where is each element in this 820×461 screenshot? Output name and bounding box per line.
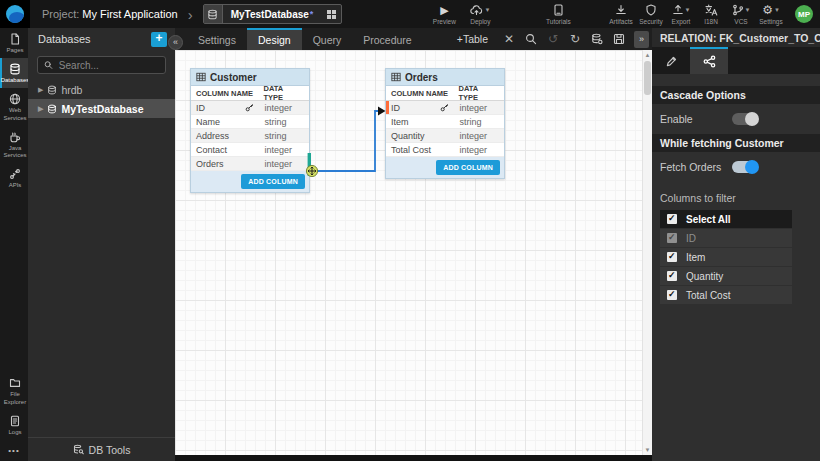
sidebar-item-pages[interactable]: Pages <box>0 28 28 58</box>
table-row[interactable]: Total Cost integer <box>386 143 504 157</box>
page-icon <box>9 33 21 45</box>
tree-item-mytestdatabase[interactable]: ▶ MyTestDatabase <box>28 99 175 118</box>
db-tools-button[interactable]: DB Tools <box>28 437 175 461</box>
sidebar-item-file-explorer[interactable]: File Explorer <box>0 372 28 409</box>
table-icon <box>391 72 401 82</box>
unsaved-indicator: * <box>310 9 314 19</box>
tree-item-hrdb[interactable]: ▶ hrdb <box>28 80 175 99</box>
user-avatar[interactable]: MP <box>795 5 813 23</box>
left-nav-rail: Pages Databases Web Services Java Servic… <box>0 28 28 461</box>
table-row[interactable]: Quantity integer <box>386 129 504 143</box>
expand-right-panel-button[interactable]: » <box>634 31 649 48</box>
scroll-up-icon[interactable]: ▲ <box>643 50 652 60</box>
add-table-button[interactable]: +Table <box>457 33 488 45</box>
search-input[interactable] <box>57 59 159 72</box>
security-button[interactable]: Security <box>637 4 665 25</box>
canvas-vertical-scrollbar[interactable]: ▲ ▼ <box>642 50 652 455</box>
enable-row: Enable <box>652 104 820 134</box>
checkbox-checked-icon[interactable] <box>667 271 677 281</box>
document-tab[interactable]: MyTestDatabase* <box>203 4 343 24</box>
expand-arrow-icon[interactable]: ▶ <box>38 105 43 113</box>
sidebar-item-java-services[interactable]: Java Services <box>0 126 28 163</box>
database-icon <box>47 85 57 95</box>
tab-relation[interactable] <box>690 47 728 74</box>
table-row[interactable]: Contact integer <box>191 143 309 157</box>
database-tree: ▶ hrdb ▶ MyTestDatabase <box>28 80 175 118</box>
sidebar-item-apis[interactable]: APIs <box>0 163 28 193</box>
vcs-button[interactable]: ▼ VCS <box>727 4 755 25</box>
checkbox-checked-icon[interactable] <box>667 214 677 224</box>
chevron-down-icon: ▼ <box>484 7 490 13</box>
expand-arrow-icon[interactable]: ▶ <box>38 86 43 94</box>
checkbox-checked-icon <box>667 233 677 243</box>
checkbox-checked-icon[interactable] <box>667 290 677 300</box>
table-column-headers: COLUMN NAMEDATA TYPE <box>191 86 309 101</box>
sidebar-item-logs[interactable]: Logs <box>0 410 28 440</box>
chevron-down-icon: ▼ <box>774 7 780 13</box>
section-cascade-options: Cascade Options <box>652 86 820 104</box>
redo-button[interactable]: ↻ <box>567 31 583 47</box>
table-row[interactable]: Item string <box>386 115 504 129</box>
delete-button[interactable]: ✕ <box>501 31 517 47</box>
deploy-button[interactable]: ▼ Deploy <box>466 4 494 25</box>
scrollbar-thumb[interactable] <box>644 61 651 95</box>
panel-title: Databases <box>38 33 91 45</box>
collapse-panel-button[interactable]: « <box>168 35 183 50</box>
entity-table-customer[interactable]: Customer COLUMN NAMEDATA TYPE ID integer… <box>190 68 310 193</box>
export-button[interactable]: ▼ Export <box>667 4 695 25</box>
tab-procedure[interactable]: Procedure <box>352 28 422 50</box>
preview-button[interactable]: ▶ Preview <box>430 4 458 25</box>
add-database-button[interactable]: + <box>151 32 167 47</box>
log-file-icon <box>9 415 21 427</box>
zoom-search-button[interactable] <box>523 31 539 47</box>
download-icon <box>615 4 627 16</box>
tab-query[interactable]: Query <box>302 28 353 50</box>
add-column-button[interactable]: ADD COLUMN <box>436 160 500 175</box>
design-canvas[interactable]: Customer COLUMN NAMEDATA TYPE ID integer… <box>175 50 652 455</box>
table-row[interactable]: Orders integer <box>191 157 309 171</box>
translate-icon <box>705 4 718 16</box>
databases-panel: Databases + ▶ hrdb ▶ MyTestDatabase DB T… <box>28 28 175 461</box>
settings-button[interactable]: ⚙▼ Settings <box>757 4 785 25</box>
tab-settings[interactable]: Settings <box>187 28 247 50</box>
column-name-cell: Contact <box>191 145 259 155</box>
filter-item-select-all[interactable]: Select All <box>660 210 792 228</box>
artifacts-button[interactable]: Artifacts <box>607 4 635 25</box>
filter-item-id[interactable]: ID <box>660 229 792 247</box>
table-row[interactable]: Name string <box>191 115 309 129</box>
save-floppy-icon <box>613 33 625 45</box>
db-sync-button[interactable] <box>589 31 605 47</box>
column-name-cell: Orders <box>191 159 259 169</box>
table-icon <box>196 72 206 82</box>
tutorials-button[interactable]: Tutorials <box>544 4 572 25</box>
filter-item-quantity[interactable]: Quantity <box>660 267 792 285</box>
columns-filter-list: Select All ID Item Quantity Total Cost <box>660 210 792 304</box>
table-row[interactable]: ID integer <box>191 101 309 115</box>
scroll-down-icon[interactable]: ▼ <box>643 445 652 455</box>
table-footer: ADD COLUMN <box>191 171 309 192</box>
undo-button[interactable]: ↺ <box>545 31 561 47</box>
filter-item-total-cost[interactable]: Total Cost <box>660 286 792 304</box>
apps-grid-icon[interactable] <box>321 5 341 23</box>
fetch-orders-toggle[interactable] <box>732 161 758 173</box>
tab-edit-column[interactable] <box>652 47 690 74</box>
add-column-button[interactable]: ADD COLUMN <box>241 174 305 189</box>
table-row[interactable]: Address string <box>191 129 309 143</box>
sidebar-item-web-services[interactable]: Web Services <box>0 88 28 125</box>
db-tools-icon <box>73 444 84 455</box>
checkbox-checked-icon[interactable] <box>667 252 677 262</box>
column-name-cell: Item <box>386 117 454 127</box>
more-options-button[interactable]: ••• <box>0 440 28 461</box>
table-row-fk-target[interactable]: ID integer <box>386 101 504 115</box>
filter-item-item[interactable]: Item <box>660 248 792 266</box>
i18n-button[interactable]: I18N <box>697 4 725 25</box>
app-logo[interactable] <box>0 0 30 28</box>
database-sync-icon <box>591 33 603 45</box>
enable-toggle[interactable] <box>732 113 758 125</box>
entity-table-orders[interactable]: Orders COLUMN NAMEDATA TYPE ID integer I… <box>385 68 505 179</box>
play-icon: ▶ <box>440 5 448 16</box>
sidebar-item-databases[interactable]: Databases <box>0 58 28 88</box>
tab-design[interactable]: Design <box>247 28 302 50</box>
save-button[interactable] <box>611 31 627 47</box>
search-box[interactable] <box>37 56 166 74</box>
